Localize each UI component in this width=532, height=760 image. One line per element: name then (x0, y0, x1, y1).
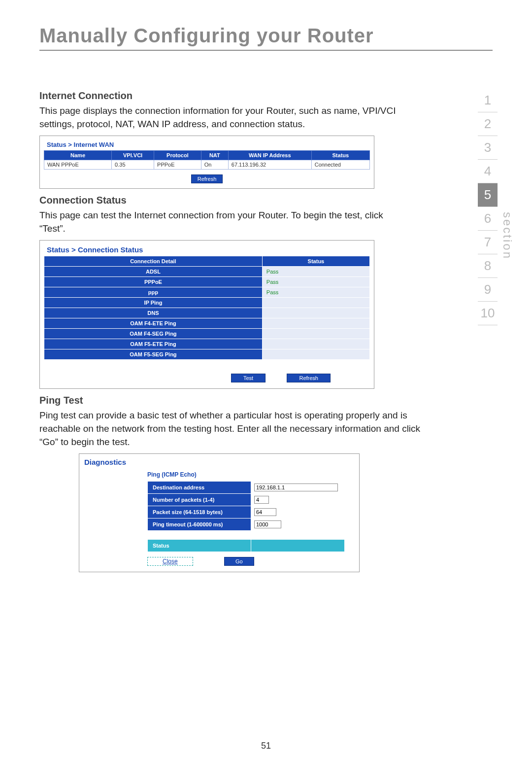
breadcrumb-internet-wan: Status > Internet WAN (44, 139, 370, 150)
col-status: Status (311, 151, 369, 160)
cell-status (262, 298, 369, 308)
table-internet-wan: Name VPI.VCI Protocol NAT WAN IP Address… (44, 150, 370, 170)
section-nav-7[interactable]: 7 (478, 231, 498, 254)
cell-detail: IP Ping (44, 298, 263, 308)
table-row: pppPass (44, 287, 370, 298)
number-of-packets-input[interactable] (254, 496, 269, 504)
page-number: 51 (0, 741, 532, 751)
page-title: Manually Configuring your Router (39, 25, 493, 51)
cell-detail: ppp (44, 287, 263, 298)
cell-detail: OAM F4-ETE Ping (44, 318, 263, 329)
section-nav-9[interactable]: 9 (478, 278, 498, 302)
col-protocol: Protocol (154, 151, 201, 160)
table-row: Status (148, 540, 345, 552)
cell-status (262, 349, 369, 360)
col-connection-detail: Connection Detail (44, 256, 263, 267)
cell-protocol: PPPoE (154, 160, 201, 170)
text-ping-test: Ping test can provide a basic test of wh… (39, 409, 424, 449)
refresh-button[interactable]: Refresh (191, 174, 223, 183)
table-row: ADSLPass (44, 267, 370, 277)
section-nav-1[interactable]: 1 (478, 89, 498, 112)
breadcrumb-connection-status: Status > Connection Status (44, 243, 370, 256)
col-wan-ip: WAN IP Address (228, 151, 311, 160)
section-nav-5[interactable]: 5 (478, 183, 498, 207)
table-row: Packet size (64-1518 bytes) (148, 506, 345, 518)
go-button[interactable]: Go (224, 557, 254, 566)
table-row: OAM F4-SEG Ping (44, 329, 370, 339)
test-button[interactable]: Test (231, 374, 266, 382)
label-status: Status (148, 540, 251, 552)
section-nav-10[interactable]: 10 (478, 302, 498, 325)
table-row: OAM F5-ETE Ping (44, 339, 370, 349)
cell-wan-ip: 67.113.196.32 (228, 160, 311, 170)
table-row: DNS (44, 308, 370, 318)
section-label: section (500, 212, 514, 260)
cell-vpivci: 0.35 (112, 160, 154, 170)
label-ping-timeout: Ping timeout (1-600000 ms) (148, 518, 251, 531)
table-diagnostics: Destination address Number of packets (1… (147, 481, 345, 552)
cell-status: Connected (311, 160, 369, 170)
table-row: PPPoEPass (44, 277, 370, 287)
refresh-button[interactable]: Refresh (287, 374, 331, 382)
section-nav-8[interactable]: 8 (478, 254, 498, 278)
panel-diagnostics: Diagnostics Ping (ICMP Echo) Destination… (79, 453, 360, 572)
section-nav-3[interactable]: 3 (478, 136, 498, 160)
table-row: WAN PPPoE 0.35 PPPoE On 67.113.196.32 Co… (44, 160, 370, 170)
diagnostics-title: Diagnostics (83, 457, 355, 469)
table-row: Destination address (148, 482, 345, 494)
diagnostics-subheading: Ping (ICMP Echo) (83, 469, 355, 481)
cell-detail: OAM F4-SEG Ping (44, 329, 263, 339)
panel-connection-status: Status > Connection Status Connection De… (39, 240, 374, 389)
cell-status (262, 308, 369, 318)
label-destination-address: Destination address (148, 482, 251, 494)
cell-detail: OAM F5-SEG Ping (44, 349, 263, 360)
cell-detail: OAM F5-ETE Ping (44, 339, 263, 349)
label-number-of-packets: Number of packets (1-4) (148, 494, 251, 506)
cell-status: Pass (262, 267, 369, 277)
section-nav-2[interactable]: 2 (478, 112, 498, 136)
col-name: Name (44, 151, 112, 160)
col-nat: NAT (201, 151, 228, 160)
cell-status (262, 339, 369, 349)
table-row: Number of packets (1-4) (148, 494, 345, 506)
text-connection-status: This page can test the Internet connecti… (39, 209, 399, 235)
table-connection-status: Connection Detail Status ADSLPass PPPoEP… (44, 256, 370, 360)
close-button[interactable]: Close (147, 557, 193, 566)
value-status (251, 540, 345, 552)
text-internet-connection: This page displays the connection inform… (39, 104, 399, 131)
cell-detail: PPPoE (44, 277, 263, 287)
section-nav-6[interactable]: 6 (478, 207, 498, 231)
cell-detail: DNS (44, 308, 263, 318)
destination-address-input[interactable] (254, 484, 338, 491)
table-row: OAM F5-SEG Ping (44, 349, 370, 360)
table-row: Ping timeout (1-600000 ms) (148, 518, 345, 531)
col-status: Status (262, 256, 369, 267)
cell-name: WAN PPPoE (44, 160, 112, 170)
cell-status (262, 318, 369, 329)
table-row: OAM F4-ETE Ping (44, 318, 370, 329)
heading-ping-test: Ping Test (39, 395, 493, 406)
cell-detail: ADSL (44, 267, 263, 277)
cell-status: Pass (262, 277, 369, 287)
label-packet-size: Packet size (64-1518 bytes) (148, 506, 251, 518)
ping-timeout-input[interactable] (254, 520, 281, 528)
heading-internet-connection: Internet Connection (39, 90, 493, 102)
col-vpivci: VPI.VCI (112, 151, 154, 160)
packet-size-input[interactable] (254, 508, 276, 516)
cell-nat: On (201, 160, 228, 170)
cell-status (262, 329, 369, 339)
section-nav: 1 2 3 4 5 6 7 8 9 10 (478, 89, 498, 325)
section-nav-4[interactable]: 4 (478, 160, 498, 183)
panel-internet-wan: Status > Internet WAN Name VPI.VCI Proto… (39, 136, 374, 189)
cell-status: Pass (262, 287, 369, 298)
table-row: IP Ping (44, 298, 370, 308)
heading-connection-status: Connection Status (39, 195, 493, 206)
